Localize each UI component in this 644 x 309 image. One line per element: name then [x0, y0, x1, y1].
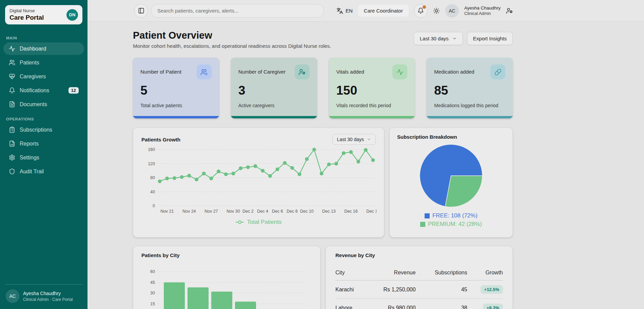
table-cell: +8.3%	[467, 299, 503, 309]
stat-cards: Number of Patient5Total active patientsN…	[133, 58, 513, 118]
stat-caption: Vitals recorded this period	[336, 103, 408, 108]
stat-caption: Total active patients	[140, 103, 212, 108]
file-text-icon	[9, 101, 15, 108]
svg-text:15: 15	[150, 302, 155, 306]
language-label: EN	[346, 8, 353, 14]
nav-section-label: OPERATIONS	[6, 117, 81, 121]
theme-toggle[interactable]	[433, 7, 440, 14]
role-chip[interactable]: Care Coordinator	[358, 5, 409, 17]
search-input[interactable]	[151, 4, 324, 18]
sidebar-item-patients[interactable]: Patients	[3, 56, 84, 69]
legend-swatch	[420, 222, 425, 227]
legend-label: FREE: 108 (72%)	[432, 212, 477, 219]
patients-by-city-card: Patients by City 60453015	[133, 246, 320, 309]
sidebar-item-settings[interactable]: Settings	[3, 151, 84, 164]
sidebar-item-label: Dashboard	[20, 46, 46, 52]
svg-text:Dec 16: Dec 16	[344, 209, 358, 214]
svg-text:Dec 8: Dec 8	[287, 209, 298, 214]
sun-icon	[433, 7, 440, 14]
stat-accent-bar	[133, 116, 219, 118]
sidebar-item-documents[interactable]: Documents	[3, 98, 84, 111]
svg-text:Dec 10: Dec 10	[300, 209, 314, 214]
growth-range-select[interactable]: Last 30 days	[332, 134, 376, 145]
table-row: KarachiRs 1,250,00045+12.5%	[335, 281, 503, 299]
svg-text:Nov 27: Nov 27	[204, 209, 218, 214]
growth-badge: +8.3%	[483, 304, 503, 309]
stat-icon-box	[197, 64, 212, 79]
stat-label: Number of Patient	[140, 69, 181, 75]
stat-value: 5	[140, 83, 212, 98]
table-cell: +12.5%	[467, 281, 503, 299]
stat-caption: Active caregivers	[238, 103, 310, 108]
sidebar-item-label: Settings	[20, 155, 39, 161]
sidebar-user-name: Ayesha Chaudhry	[23, 291, 73, 296]
sidebar-item-subscriptions[interactable]: Subscriptions	[3, 123, 84, 136]
stat-accent-bar	[329, 116, 415, 118]
sidebar-item-dashboard[interactable]: Dashboard	[3, 42, 84, 55]
svg-text:45: 45	[150, 280, 155, 285]
topbar-user-avatar[interactable]: AC	[445, 4, 459, 18]
legend-label: PREMIUM: 42 (28%)	[428, 221, 482, 228]
svg-text:60: 60	[150, 269, 155, 274]
sidebar-user[interactable]: AC Ayesha Chaudhry Clinical Admin · Care…	[5, 284, 82, 309]
revenue-by-city-card: Revenue by City CityRevenueSubscriptions…	[326, 246, 513, 309]
export-insights-button[interactable]: Export Insights	[467, 32, 513, 45]
subscription-breakdown-card: Subscription Breakdown FREE: 108 (72%)PR…	[389, 128, 513, 237]
svg-text:80: 80	[150, 175, 155, 180]
patients-by-city-svg: 60453015	[141, 263, 313, 309]
chevron-down-icon	[452, 36, 457, 41]
users-icon	[9, 59, 15, 66]
main-content: Patient Overview Monitor cohort health, …	[87, 22, 644, 309]
brand-logo-card: Digital Nurse Care Portal DN	[5, 5, 82, 24]
stat-icon-box	[295, 64, 310, 79]
patients-growth-title: Patients Growth	[141, 137, 180, 142]
date-range-label: Last 30 days	[420, 36, 449, 41]
patients-by-city-chart: 60453015	[141, 263, 312, 309]
stat-caption: Medications logged this period	[434, 103, 505, 108]
language-switcher[interactable]: EN	[336, 7, 353, 14]
stat-icon-box	[392, 64, 407, 79]
patients-growth-svg: 16012080400Nov 21Nov 24Nov 27Nov 30Dec 2…	[141, 145, 376, 217]
sidebar-item-reports[interactable]: Reports	[3, 137, 84, 150]
svg-text:Dec 19: Dec 19	[366, 209, 376, 214]
sidebar-item-label: Patients	[20, 60, 39, 66]
svg-text:120: 120	[148, 161, 155, 166]
bell-icon	[9, 87, 15, 94]
table-cell: Lahore	[335, 299, 365, 309]
revenue-col-growth: Growth	[467, 266, 503, 281]
file-chart-icon	[9, 140, 15, 147]
svg-text:0: 0	[153, 204, 155, 208]
sidebar-item-audit-trail[interactable]: Audit Trail	[3, 165, 84, 178]
page-title: Patient Overview	[133, 30, 331, 41]
stat-value: 150	[336, 83, 408, 98]
heart-pulse-icon	[9, 73, 15, 80]
sidebar-item-label: Caregivers	[20, 74, 46, 80]
activity-icon	[396, 69, 404, 76]
brand-logo-avatar: DN	[66, 9, 78, 21]
svg-text:Dec 4: Dec 4	[257, 209, 268, 214]
users-icon	[200, 69, 208, 76]
table-row: LahoreRs 980,00038+8.3%	[335, 299, 503, 309]
revenue-col-revenue: Revenue	[365, 266, 416, 281]
notifications-button[interactable]	[414, 4, 428, 18]
stat-label: Medication added	[434, 69, 474, 75]
sidebar-toggle-button[interactable]	[134, 4, 148, 18]
date-range-select[interactable]: Last 30 days	[414, 32, 463, 45]
clipboard-icon	[9, 127, 15, 133]
svg-text:40: 40	[150, 190, 155, 194]
sidebar-item-notifications[interactable]: Notifications12	[3, 84, 84, 97]
sidebar-item-caregivers[interactable]: Caregivers	[3, 70, 84, 83]
growth-legend-item[interactable]: Total Patients	[235, 219, 281, 226]
sidebar: Digital Nurse Care Portal DN MAINDashboa…	[0, 0, 87, 309]
svg-text:Dec 2: Dec 2	[242, 209, 254, 214]
legend-line-glyph	[235, 220, 244, 224]
topbar-user-info: Ayesha Chaudhry Clinical Admin	[464, 5, 501, 16]
stat-icon-box	[490, 64, 505, 79]
stat-accent-bar	[427, 116, 513, 118]
pie-legend-item-premium[interactable]: PREMIUM: 42 (28%)	[420, 221, 482, 228]
svg-text:Dec 6: Dec 6	[272, 209, 283, 214]
pie-legend-item-free[interactable]: FREE: 108 (72%)	[425, 212, 477, 219]
notification-count-badge: 12	[69, 87, 79, 94]
user-settings-button[interactable]	[506, 7, 513, 14]
table-cell: Karachi	[335, 281, 365, 299]
